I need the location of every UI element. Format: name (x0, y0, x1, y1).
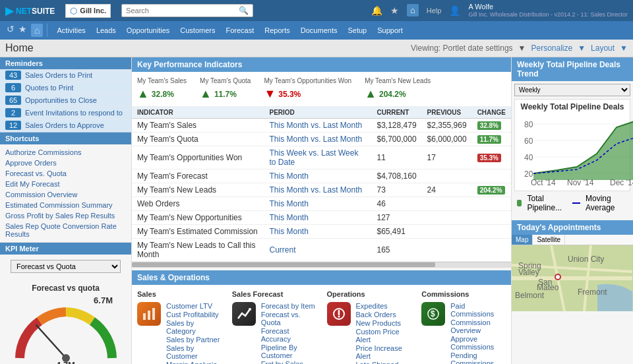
ops-link-ops-5[interactable]: Late Shipped (356, 361, 411, 364)
ops-link-ops-2[interactable]: New Products (356, 319, 411, 327)
kpi-row-period-0[interactable]: This Month vs. Last Month (264, 119, 372, 133)
kpi-table-scrollbar[interactable] (132, 262, 511, 267)
home-nav-icon[interactable]: ⌂ (31, 24, 43, 37)
ops-link-sales-4[interactable]: Sales by Customer (166, 344, 222, 360)
ops-link-sales-1[interactable]: Cust Profitability (166, 311, 222, 318)
favorites-icon[interactable]: ★ (18, 24, 27, 37)
ops-link-sales-3[interactable]: Sales by Partner (166, 336, 222, 344)
shortcuts-section: Shortcuts Authorize Commissions Approve … (0, 133, 131, 243)
map-tab-satellite[interactable]: Satellite (533, 235, 565, 245)
personalize-btn[interactable]: Personalize (531, 44, 572, 53)
shortcut-2[interactable]: Forecast vs. Quota (0, 168, 131, 179)
ops-link-comm-0[interactable]: Paid Commissions (450, 302, 506, 318)
nav-reports[interactable]: Reports (259, 21, 295, 40)
kpi-row-indicator-4: My Team's New Leads (132, 183, 264, 197)
sales-ops-icon[interactable] (137, 302, 161, 326)
ops-link-forecast-2[interactable]: Forecast Accuracy (261, 327, 316, 343)
ops-link-forecast-3[interactable]: Pipeline By Customer (261, 344, 316, 359)
arrow-down-icon-2: ▼ (264, 87, 276, 101)
shortcut-7[interactable]: Sales Rep Quote Conversion Rate Results (0, 221, 131, 239)
ops-link-forecast-1[interactable]: Forecast vs. Quota (261, 311, 316, 326)
shortcut-3[interactable]: Edit My Forecast (0, 179, 131, 189)
nav-opportunities[interactable]: Opportunities (121, 21, 175, 40)
ops-link-ops-0[interactable]: Expedites (356, 302, 411, 310)
ops-link-forecast-4[interactable]: Frct by Sales (261, 360, 316, 364)
nav-leads[interactable]: Leads (91, 21, 121, 40)
operations-ops-icon[interactable] (327, 302, 351, 326)
ops-link-forecast-0[interactable]: Forecast by Item (261, 302, 316, 310)
ops-link-ops-3[interactable]: Custom Price Alert (356, 328, 411, 344)
table-row[interactable]: My Team's Forecast This Month $4,708,160 (132, 169, 511, 183)
refresh-icon[interactable]: ↺ (7, 24, 15, 37)
search-input[interactable] (126, 7, 239, 15)
home-icon[interactable]: ⌂ (407, 4, 419, 16)
kpi-row-current-3: $4,708,160 (372, 169, 422, 183)
ops-link-comm-2[interactable]: Approve Commissions (450, 335, 506, 351)
kpi-row-period-8[interactable]: Current (264, 239, 372, 262)
search-box[interactable]: 🔍 (121, 4, 253, 17)
reminder-item-1[interactable]: 6 Quotes to Print (0, 82, 131, 94)
kpi-row-period-1[interactable]: This Month vs. Last Month (264, 133, 372, 146)
table-row[interactable]: My Team's New Leads This Month vs. Last … (132, 183, 511, 197)
ops-link-ops-4[interactable]: Price Increase Alert (356, 344, 411, 360)
map-tab-map[interactable]: Map (512, 235, 533, 245)
reminder-item-3[interactable]: 2 Event Invitations to respond to (0, 107, 131, 119)
search-icon: 🔍 (239, 6, 249, 15)
reminders-section: Reminders 43 Sales Orders to Print 6 Quo… (0, 57, 131, 133)
shortcut-0[interactable]: Authorize Commissions (0, 147, 131, 158)
ops-link-comm-1[interactable]: Commission Overview (450, 318, 506, 334)
nav-setup[interactable]: Setup (342, 21, 372, 40)
nav-forecast[interactable]: Forecast (220, 21, 259, 40)
commissions-ops-icon[interactable]: $ (421, 302, 445, 326)
layout-btn[interactable]: Layout (591, 44, 615, 53)
kpi-row-period-7[interactable]: This Month (264, 225, 372, 239)
kpi-row-period-3[interactable]: This Month (264, 169, 372, 183)
table-row[interactable]: My Team's New Opportunities This Month 1… (132, 211, 511, 225)
nav-support[interactable]: Support (372, 21, 408, 40)
ops-col-sales: Sales Customer LTV Cust Profitability Sa… (137, 290, 222, 364)
shortcut-1[interactable]: Approve Orders (0, 158, 131, 168)
kpi-row-period-2[interactable]: This Week vs. Last Week to Date (264, 146, 372, 169)
pipeline-period-select[interactable]: Weekly Monthly (514, 84, 630, 96)
kpi-row-period-4[interactable]: This Month vs. Last Month (264, 183, 372, 197)
table-row[interactable]: My Team's Sales This Month vs. Last Mont… (132, 119, 511, 133)
table-row[interactable]: My Team's Opportunities Won This Week vs… (132, 146, 511, 169)
forecast-ops-icon[interactable] (232, 302, 256, 326)
pipeline-legend: Total Pipeline... Moving Average (514, 191, 630, 215)
star-icon[interactable]: ★ (390, 5, 399, 16)
table-row[interactable]: My Team's Estimated Commission This Mont… (132, 225, 511, 239)
shortcut-4[interactable]: Commission Overview (0, 189, 131, 200)
table-row[interactable]: My Team's New Leads to Call this Month C… (132, 239, 511, 262)
help-label[interactable]: Help (427, 7, 442, 15)
ops-link-comm-3[interactable]: Pending Commissions (450, 351, 506, 364)
ops-link-sales-0[interactable]: Customer LTV (166, 302, 222, 310)
nav-activities[interactable]: Activities (51, 21, 90, 40)
personalize-chevron-icon: ▼ (578, 44, 586, 53)
reminder-item-2[interactable]: 65 Opportunities to Close (0, 94, 131, 107)
reminder-item-0[interactable]: 43 Sales Orders to Print (0, 69, 131, 82)
ops-link-sales-2[interactable]: Sales by Category (166, 319, 222, 335)
ops-link-sales-5[interactable]: Margin Analysis (166, 361, 222, 364)
ops-link-ops-1[interactable]: Back Orders (356, 311, 411, 318)
shortcut-5[interactable]: Estimated Commission Summary (0, 200, 131, 210)
kpi-pct-value-0: 32.8% (152, 90, 174, 99)
shortcut-6[interactable]: Gross Profit by Sales Rep Results (0, 210, 131, 221)
nav-customers[interactable]: Customers (175, 21, 220, 40)
nav-documents[interactable]: Documents (295, 21, 343, 40)
kpi-row-period-6[interactable]: This Month (264, 211, 372, 225)
company-logo[interactable]: ⬡ Gill Inc. (65, 4, 111, 18)
kpi-meter-select[interactable]: Forecast vs Quota Sales vs Quota (11, 260, 121, 273)
table-row[interactable]: My Team's Quota This Month vs. Last Mont… (132, 133, 511, 146)
table-row[interactable]: Web Orders This Month 46 (132, 197, 511, 211)
viewing-text[interactable]: Viewing: Portlet date settings (411, 44, 513, 53)
arrow-up-icon-1: ▲ (200, 87, 212, 101)
svg-text:Fremont: Fremont (578, 288, 607, 297)
commissions-links: Paid Commissions Commission Overview App… (450, 302, 506, 364)
ops-icon-row-forecast: Forecast by Item Forecast vs. Quota Fore… (232, 302, 316, 364)
kpi-row-indicator-7: My Team's Estimated Commission (132, 225, 264, 239)
svg-text:60: 60 (524, 136, 533, 146)
reminder-item-4[interactable]: 12 Sales Orders to Approve (0, 119, 131, 132)
notifications-icon[interactable]: 🔔 (371, 5, 382, 16)
kpi-row-period-5[interactable]: This Month (264, 197, 372, 211)
svg-point-36 (556, 275, 560, 279)
